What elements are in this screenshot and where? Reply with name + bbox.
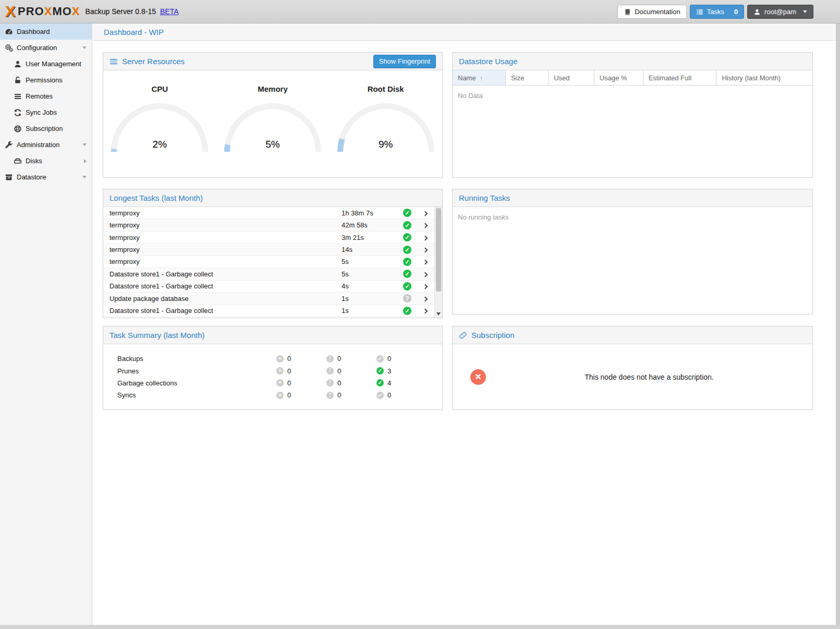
task-open-button[interactable] xyxy=(416,221,434,229)
warning-count-icon: ! xyxy=(326,379,334,386)
page-vertical-scrollbar[interactable] xyxy=(836,23,840,625)
gauge-arc: 2% xyxy=(110,101,209,155)
task-open-button[interactable] xyxy=(416,209,434,217)
task-name: Datastore store1 - Garbage collect xyxy=(103,307,342,314)
warning-count-icon: ! xyxy=(326,355,334,362)
task-open-button[interactable] xyxy=(416,307,434,314)
sidebar-item-remotes[interactable]: Remotes xyxy=(0,88,92,104)
status-unknown-icon: ? xyxy=(403,294,411,303)
running-tasks-title: Running Tasks xyxy=(459,193,510,202)
column-header-usage[interactable]: Usage % ↑ xyxy=(594,70,643,85)
column-header-used[interactable]: Used ↑ xyxy=(549,70,594,85)
task-name: termproxy xyxy=(103,221,342,229)
column-header-name[interactable]: Name ↑ xyxy=(453,70,506,85)
task-duration: 5s xyxy=(342,270,399,278)
ok-count: 0 xyxy=(387,391,391,399)
task-row[interactable]: termproxy 42m 58s ✓ xyxy=(103,219,434,231)
running-tasks-empty-text: No running tasks xyxy=(453,207,812,227)
tachometer-icon xyxy=(5,28,13,36)
task-open-button[interactable] xyxy=(416,295,434,303)
status-ok-icon: ✓ xyxy=(403,270,411,278)
show-fingerprint-button[interactable]: Show Fingerprint xyxy=(373,55,436,68)
book-icon xyxy=(624,8,631,16)
status-ok-icon: ✓ xyxy=(403,233,411,241)
sidebar-item-permissions[interactable]: Permissions xyxy=(0,72,92,88)
proxmox-logo: X PROXMOX xyxy=(5,4,80,19)
chevron-right-icon xyxy=(422,211,428,216)
warning-count: 0 xyxy=(337,379,341,387)
task-row[interactable]: termproxy 1h 38m 7s ✓ xyxy=(103,207,434,219)
longest-tasks-panel: Longest Tasks (last Month) termproxy 1h … xyxy=(103,189,443,318)
warning-count: 0 xyxy=(337,355,341,362)
scrollbar-down-arrow-icon[interactable] xyxy=(436,312,441,316)
sidebar-item-subscription[interactable]: Subscription xyxy=(0,120,92,137)
scrollbar-thumb[interactable] xyxy=(436,208,441,292)
ok-count: 3 xyxy=(387,367,391,375)
datastore-empty-text: No Data xyxy=(453,86,812,106)
sidebar-item-datastore[interactable]: Datastore xyxy=(0,169,92,185)
server-resources-icon xyxy=(109,57,118,66)
task-name: termproxy xyxy=(103,258,342,265)
summary-category-label: Syncs xyxy=(103,391,276,399)
sidebar-item-configuration[interactable]: Configuration xyxy=(0,40,92,56)
task-row[interactable]: termproxy 5s ✓ xyxy=(103,256,434,268)
sidebar-item-administration[interactable]: Administration xyxy=(0,137,92,153)
column-header-size[interactable]: Size ↑ xyxy=(506,70,549,85)
resource-gauge: Memory 5% xyxy=(223,70,322,155)
task-duration: 1h 38m 7s xyxy=(342,209,399,217)
longest-tasks-header: Longest Tasks (last Month) xyxy=(103,189,442,207)
task-open-button[interactable] xyxy=(416,234,434,241)
task-duration: 42m 58s xyxy=(342,221,399,229)
task-row[interactable]: termproxy 3m 21s ✓ xyxy=(103,232,434,244)
proxmox-x-logo-icon: X xyxy=(5,4,16,19)
beta-link[interactable]: BETA xyxy=(160,7,179,16)
subscription-message: This node does not have a subscription. xyxy=(486,373,812,381)
subscription-panel: Subscription × This node does not have a… xyxy=(452,326,813,410)
ok-count-icon: ✓ xyxy=(376,379,384,386)
task-row[interactable]: Datastore store1 - Garbage collect 5s ✓ xyxy=(103,268,434,280)
chevron-right-icon xyxy=(422,235,428,240)
task-row[interactable]: Datastore store1 - Garbage collect 1s ✓ xyxy=(103,305,434,317)
page-horizontal-scrollbar[interactable] xyxy=(0,625,840,629)
sidebar-item-disks[interactable]: Disks xyxy=(0,153,92,169)
task-name: termproxy xyxy=(103,246,342,253)
task-summary-header: Task Summary (last Month) xyxy=(103,326,442,344)
top-header-bar: X PROXMOX Backup Server 0.8-15 BETA Docu… xyxy=(0,0,840,23)
error-count-icon: × xyxy=(276,379,284,386)
sort-ascending-icon: ↑ xyxy=(480,74,483,82)
expander-caret-icon xyxy=(82,46,87,49)
tasks-scrollbar[interactable] xyxy=(434,207,442,318)
task-row[interactable]: Update package database 1s ? xyxy=(103,293,434,305)
user-icon xyxy=(753,8,761,16)
sidebar-item-dashboard[interactable]: Dashboard xyxy=(0,23,92,40)
sidebar-item-user-management[interactable]: User Management xyxy=(0,56,92,72)
task-duration: 1s xyxy=(342,295,399,303)
subscription-title: Subscription xyxy=(471,331,515,340)
user-menu-button[interactable]: root@pam xyxy=(747,5,813,19)
task-open-button[interactable] xyxy=(416,246,434,253)
subscription-header: Subscription xyxy=(453,326,812,344)
server-resources-header: Server Resources Show Fingerprint xyxy=(103,53,442,70)
tasks-button[interactable]: Tasks 0 xyxy=(690,5,744,19)
ok-count-icon: ✓ xyxy=(376,367,384,374)
documentation-button[interactable]: Documentation xyxy=(617,5,686,19)
column-header-history-last-month[interactable]: History (last Month) ↑ xyxy=(716,70,812,85)
column-header-estimated-full[interactable]: Estimated Full ↑ xyxy=(643,70,717,85)
task-open-button[interactable] xyxy=(416,258,434,265)
task-row[interactable]: termproxy 14s ✓ xyxy=(103,244,434,256)
resource-gauge: CPU 2% xyxy=(110,70,209,155)
sidebar-item-label: Administration xyxy=(17,141,59,149)
status-ok-icon: ✓ xyxy=(403,209,411,217)
server-resources-title: Server Resources xyxy=(122,57,185,66)
sidebar-item-sync-jobs[interactable]: Sync Jobs xyxy=(0,104,92,120)
gauge-value: 2% xyxy=(110,139,209,150)
status-ok-icon: ✓ xyxy=(403,258,411,266)
task-row[interactable]: Datastore store1 - Garbage collect 4s ✓ xyxy=(103,281,434,293)
chevron-right-icon xyxy=(422,272,428,277)
chevron-right-icon xyxy=(422,260,428,265)
datastore-usage-title: Datastore Usage xyxy=(459,57,518,66)
task-open-button[interactable] xyxy=(416,270,434,278)
gauge-label: Root Disk xyxy=(368,84,404,93)
error-count: 0 xyxy=(287,379,291,387)
task-open-button[interactable] xyxy=(416,282,434,290)
